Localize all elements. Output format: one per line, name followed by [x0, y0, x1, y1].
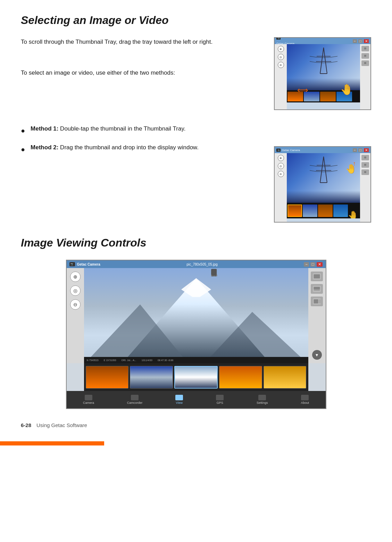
ls-nav-about-icon	[301, 395, 309, 400]
ls-close-btn: ✕	[317, 262, 323, 267]
ls-camera-icon: 📷	[69, 262, 75, 266]
ss2-tower-svg	[310, 155, 337, 186]
ss2-body: ⊕ ◎ ⊖	[275, 153, 370, 222]
ss2-thumb-selected	[287, 205, 302, 217]
ls-nav-view-icon	[175, 395, 183, 400]
ls-info-bar: N 7549523 E 19 51093 ORI. Jul... A... 10…	[84, 357, 308, 363]
ss2-close: ✕	[364, 148, 369, 152]
ls-icon-2	[312, 285, 321, 292]
section-title-1: Selecting an Image or Video	[21, 14, 371, 27]
ss2-silhouette	[287, 191, 360, 203]
ss1-right-panel: 🖼 🖼 🖼	[360, 44, 370, 109]
ss2-maximize: □	[358, 148, 362, 152]
ls-info-3: ORI. Jul... A...	[122, 359, 136, 361]
ls-nav-gps-label: GPS	[217, 401, 223, 405]
ls-thumb-3-active	[174, 366, 218, 389]
ls-title-left: 📷 Getac Camera	[69, 262, 100, 266]
ls-maximize-btn: □	[310, 262, 316, 267]
ls-nav-gps-icon	[216, 395, 224, 400]
ss1-maximize: □	[358, 39, 362, 43]
ls-fullscreen-icon	[312, 273, 321, 280]
method2-text: Method 2: Drag the thumbnail and drop in…	[31, 143, 199, 153]
ls-minimize-btn: −	[304, 262, 309, 267]
ss1-minimize: −	[353, 39, 357, 43]
ls-right-icon-3	[311, 297, 323, 306]
svg-rect-24	[319, 299, 321, 303]
ls-info-5: 08:47:30 -8:88	[158, 359, 173, 361]
svg-rect-23	[314, 299, 318, 303]
ls-zoom-out-btn: ⊖	[70, 299, 81, 310]
method1-label: Method 1:	[31, 125, 58, 132]
ss2-right-panel: 🖼 🖼 🖼	[360, 153, 370, 222]
ss1-close: ✕	[364, 39, 369, 43]
ss1-camera-icon: 📷	[276, 37, 281, 40]
ss1-body: ⊕ ◎ ⊖	[275, 44, 370, 109]
ss2-camera-icon: 📷	[276, 149, 281, 152]
ls-nav-camcorder-icon	[131, 395, 139, 400]
content-block-1: 📷 Getac Camera − □ ✕ ⊕ ◎ ⊖	[21, 37, 371, 117]
ls-thumb-5	[264, 366, 307, 389]
ls-nav-camera-icon	[85, 395, 92, 400]
ss1-tower-svg	[310, 46, 337, 77]
ss1-thumb-3	[320, 92, 336, 101]
ss1-titlebar: 📷 Getac Camera − □ ✕	[275, 38, 370, 44]
ss1-zoom-fit-icon: ◎	[278, 54, 284, 60]
second-content-block: 📷 Getac Camera − □ ✕ ⊕ ◎ ⊖	[21, 143, 371, 223]
ls-nav-about-label: About	[301, 401, 309, 405]
ss2-title-text: Getac Camera	[282, 149, 300, 152]
method2-desc: Drag the thumbnail and drop into the dis…	[58, 144, 199, 151]
ls-zoom-in-icon: ⊕	[73, 274, 77, 280]
ls-zoom-in-btn: ⊕	[70, 272, 81, 282]
ss2-thumb-4	[333, 205, 348, 217]
ls-body: ⊕ ◎ ⊖	[67, 268, 326, 363]
ls-nav-about[interactable]: About	[301, 395, 309, 405]
ls-nav-settings[interactable]: Settings	[257, 395, 268, 405]
method1-text: Method 1: Double-tap the thumbnail in th…	[31, 124, 185, 134]
page-footer: 6-28 Using Getac Software	[21, 422, 87, 428]
ls-zoom-out-icon: ⊖	[73, 302, 77, 307]
ss1-left-panel: ⊕ ◎ ⊖	[275, 44, 287, 109]
ss1-controls: − □ ✕	[353, 39, 369, 43]
svg-rect-20	[314, 287, 320, 290]
footer-page-number: 6-28	[21, 422, 31, 428]
bullet-item-2: ● Method 2: Drag the thumbnail and drop …	[21, 143, 264, 155]
ss2-zoom-in-icon: ⊕	[278, 155, 284, 161]
ss1-arrow-indicator: ⟺	[297, 86, 308, 95]
method1-desc: Double-tap the thumbnail in the Thumbnai…	[58, 125, 185, 132]
ls-info-1: N 7549523	[87, 359, 99, 361]
svg-line-0	[320, 48, 324, 74]
ss2-minimize: −	[353, 148, 357, 152]
ss2-thumb-3	[318, 205, 333, 217]
ss2-thumb-strip: 🤚	[287, 203, 360, 218]
ls-nav-bar: Camera Camcorder View GPS Settings	[67, 391, 326, 408]
ss2-main: 🤚 ↑ 🤚	[287, 153, 360, 222]
ls-thumb-4	[219, 366, 262, 389]
ss2-right-icon-1: 🖼	[361, 155, 369, 160]
ls-nav-settings-label: Settings	[257, 401, 268, 405]
ss2-left-panel: ⊕ ◎ ⊖	[275, 153, 287, 222]
ls-scroll-down-btn[interactable]: ▾	[312, 350, 322, 360]
ls-nav-settings-icon	[258, 395, 266, 400]
ls-nav-camera[interactable]: Camera	[83, 395, 94, 405]
ss2-image-area: 🤚 ↑	[287, 153, 360, 203]
ls-nav-camcorder[interactable]: Camcorder	[127, 395, 143, 405]
section-2: Image Viewing Controls 📷 Getac Camera pi…	[21, 236, 371, 409]
ls-right-icon-fullscreen	[311, 272, 323, 281]
ss2-zoom-fit-icon: ◎	[278, 163, 284, 169]
ss2-titlebar: 📷 Getac Camera − □ ✕	[275, 147, 370, 153]
ls-nav-gps[interactable]: GPS	[216, 395, 224, 405]
ls-info-2: E 19 51093	[104, 359, 116, 361]
screenshot-drag-drop: 📷 Getac Camera − □ ✕ ⊕ ◎ ⊖	[274, 146, 371, 223]
ls-titlebar: 📷 Getac Camera pic_780x505_05.jpg − □ ✕	[67, 260, 326, 268]
svg-line-6	[324, 157, 327, 183]
ss2-hand-cursor-2: 🤚	[348, 210, 358, 218]
ls-nav-view[interactable]: View	[175, 395, 183, 405]
ls-filename: pic_780x505_05.jpg	[186, 262, 218, 266]
bullet-section: ● Method 1: Double-tap the thumbnail in …	[21, 124, 371, 223]
bullet-dot-2: ●	[21, 143, 25, 155]
ls-icon-3	[312, 298, 321, 305]
svg-line-1	[324, 48, 327, 74]
ss1-main: 🤚 ⟺	[287, 44, 360, 109]
ss2-thumb-2	[303, 205, 317, 217]
ls-title-text: Getac Camera	[77, 262, 100, 266]
